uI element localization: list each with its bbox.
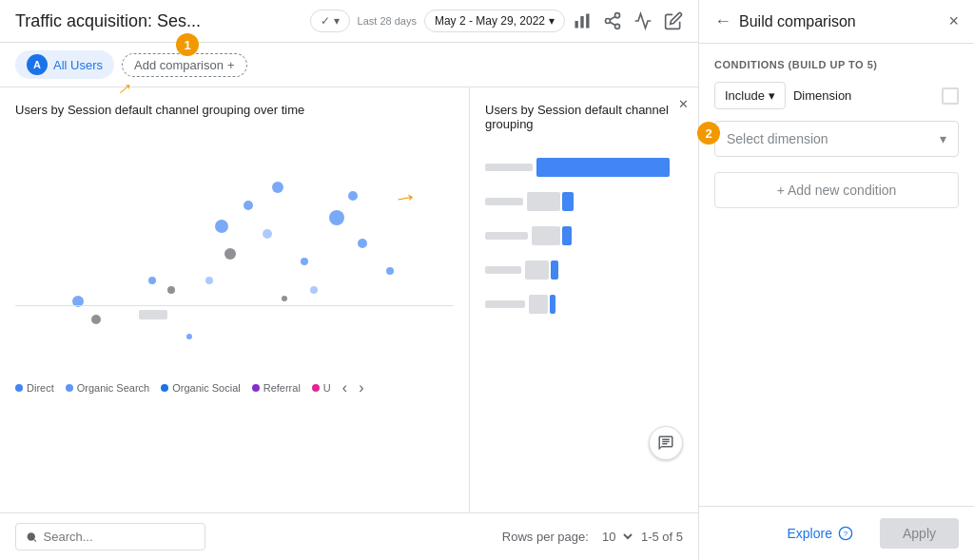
svg-rect-0 — [575, 21, 578, 29]
page-title: Traffic acquisition: Ses... — [15, 11, 302, 31]
add-comparison-button[interactable]: Add comparison + — [122, 53, 247, 77]
explore-icon: ? — [838, 526, 853, 541]
close-button[interactable]: × — [948, 11, 959, 31]
legend-dot-other — [312, 384, 320, 392]
scatter-dot — [186, 334, 192, 339]
panel-body: CONDITIONS (BUILD UP TO 5) Include ▾ Dim… — [699, 44, 974, 506]
bar-label — [485, 232, 528, 240]
conditions-label: CONDITIONS (BUILD UP TO 5) — [714, 59, 959, 70]
right-chart-title: Users by Session default channel groupin… — [485, 103, 683, 131]
bar-fill-3 — [562, 226, 572, 245]
scatter-dot — [386, 267, 394, 275]
scatter-dot — [282, 296, 287, 301]
svg-line-9 — [34, 539, 36, 541]
search-input[interactable] — [44, 530, 195, 544]
edit-icon[interactable] — [664, 11, 683, 30]
date-range: Last 28 days — [358, 15, 417, 27]
svg-point-3 — [615, 13, 620, 18]
bar-segment — [532, 226, 560, 245]
scatter-dot — [310, 286, 318, 294]
svg-point-4 — [606, 19, 611, 24]
bar-group-2 — [527, 192, 574, 211]
select-dimension-row: Select dimension ▾ — [714, 121, 959, 157]
share-icon[interactable] — [603, 11, 622, 30]
bar-group-5 — [529, 295, 555, 314]
dropdown-arrow: ▾ — [334, 14, 340, 28]
bar-group-3 — [532, 226, 572, 245]
status-badge[interactable]: ✓ ▾ — [310, 10, 350, 32]
back-button[interactable]: ← — [714, 11, 731, 31]
bar-row-1 — [485, 158, 683, 177]
scatter-dot — [148, 277, 156, 284]
pagination-text: 1-5 of 5 — [641, 530, 683, 544]
scatter-dot — [224, 248, 236, 260]
rows-per-page-label: Rows per page: — [502, 530, 589, 544]
chevron-down-icon: ▾ — [549, 14, 555, 28]
add-condition-button[interactable]: + Add new condition — [714, 172, 959, 208]
apply-button[interactable]: Apply — [880, 518, 959, 549]
left-chart: Users by Session default channel groupin… — [0, 87, 470, 512]
feedback-button[interactable] — [649, 426, 683, 460]
scatter-dot — [215, 220, 228, 233]
chart-divider — [15, 305, 454, 306]
segment-bar: A All Users Add comparison + 1 → — [0, 43, 698, 87]
svg-line-6 — [610, 22, 615, 25]
close-chart-icon[interactable]: ✕ — [678, 97, 689, 111]
search-icon — [26, 531, 38, 544]
all-users-chip[interactable]: A All Users — [15, 50, 114, 79]
bar-label — [485, 198, 523, 205]
legend-prev-arrow[interactable]: ‹ — [342, 379, 347, 396]
scatter-dot — [358, 239, 367, 248]
dimension-checkbox[interactable] — [942, 87, 959, 105]
charts-area: Users by Session default channel groupin… — [0, 87, 698, 512]
bar-segment — [527, 192, 560, 211]
chip-label: All Users — [53, 58, 103, 72]
scatter-dot — [301, 258, 308, 265]
bar-row-2 — [485, 192, 683, 211]
legend-referral: Referral — [252, 382, 301, 394]
scatter-dot — [167, 286, 175, 294]
panel-footer: Explore ? Apply — [699, 506, 974, 560]
bar-label — [485, 300, 525, 308]
legend-next-arrow[interactable]: › — [359, 379, 363, 396]
scatter-dot — [329, 210, 344, 225]
svg-rect-1 — [580, 16, 583, 29]
condition-row: Include ▾ Dimension — [714, 82, 959, 109]
bottom-bar: Rows per page: 10 25 50 1-5 of 5 — [0, 512, 698, 560]
dropdown-chevron-icon: ▾ — [940, 131, 946, 146]
legend-other: U — [312, 382, 331, 394]
chart-icon[interactable] — [573, 11, 592, 30]
legend-dot-organic-social — [161, 384, 168, 392]
date-range-button[interactable]: May 2 - May 29, 2022 ▾ — [424, 10, 565, 32]
select-dimension-dropdown[interactable]: Select dimension ▾ — [714, 121, 959, 157]
bar-segment — [525, 261, 549, 280]
rows-select[interactable]: 10 25 50 — [594, 527, 635, 547]
scatter-plot — [15, 125, 454, 372]
legend-organic-social: Organic Social — [161, 382, 241, 394]
bar-group-4 — [525, 261, 558, 280]
search-box[interactable] — [15, 523, 205, 550]
rows-per-page: Rows per page: 10 25 50 1-5 of 5 — [502, 527, 683, 547]
legend-dot-direct — [15, 384, 23, 392]
bar-fill-2 — [562, 192, 574, 211]
panel-header: ← Build comparison × — [699, 0, 974, 44]
dimension-label: Dimension — [793, 88, 934, 103]
chart-legend: Direct Organic Search Organic Social Ref… — [15, 372, 454, 404]
bar-segment — [529, 295, 548, 314]
legend-organic-search: Organic Search — [66, 382, 149, 394]
scatter-dot — [205, 277, 213, 284]
scatter-dot — [244, 201, 253, 210]
gray-block — [139, 310, 167, 319]
bar-row-3 — [485, 226, 683, 245]
header-icons — [573, 11, 683, 30]
analytics-icon[interactable] — [633, 11, 653, 30]
check-icon: ✓ — [321, 14, 330, 28]
chevron-icon: ▾ — [769, 88, 775, 103]
bar-fill-5 — [550, 295, 555, 314]
svg-rect-2 — [586, 14, 589, 29]
svg-line-7 — [610, 16, 615, 19]
explore-button[interactable]: Explore ? — [772, 518, 868, 549]
include-dropdown[interactable]: Include ▾ — [714, 82, 786, 109]
bar-fill-4 — [551, 261, 558, 280]
select-dimension-placeholder: Select dimension — [727, 131, 828, 146]
